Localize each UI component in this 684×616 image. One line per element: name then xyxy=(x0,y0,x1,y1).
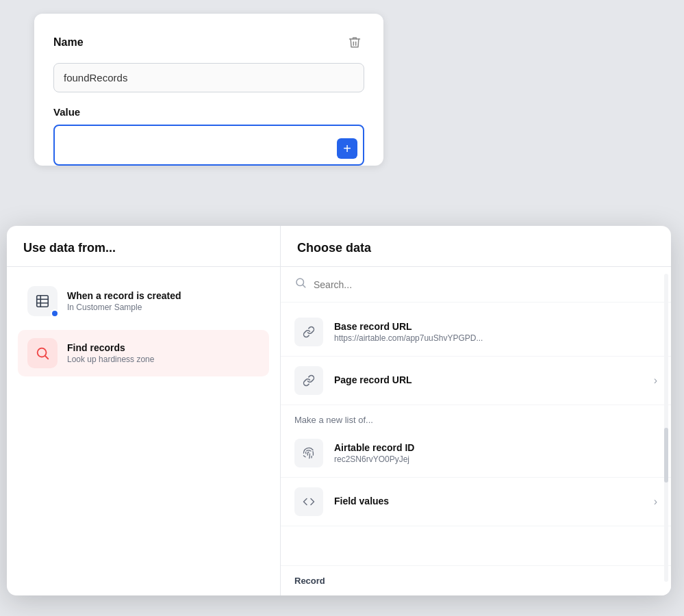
svg-rect-0 xyxy=(37,296,49,307)
value-label: Value xyxy=(53,106,364,118)
field-values-title: Field values xyxy=(334,496,643,506)
left-item-when-record-created[interactable]: When a record is created In Customer Sam… xyxy=(18,278,269,324)
blue-dot-indicator xyxy=(51,309,59,318)
right-panel: Choose data Base r xyxy=(281,226,671,595)
data-item-airtable-record-id[interactable]: Airtable record ID rec2SN6rvYO0PyJej xyxy=(281,429,671,478)
name-label: Name xyxy=(53,36,84,49)
data-items-list: Base record URL https://airtable.com/app… xyxy=(281,303,671,595)
link-icon-2 xyxy=(294,366,323,395)
record-bottom-label: Record xyxy=(294,576,657,586)
chevron-right-icon-2: › xyxy=(654,496,657,508)
airtable-record-id-title: Airtable record ID xyxy=(334,442,657,453)
left-panel-header: Use data from... xyxy=(7,226,280,267)
value-input-area: + xyxy=(53,125,364,166)
make-new-list-label: Make a new list of... xyxy=(281,405,671,429)
find-records-title: Find records xyxy=(67,342,154,353)
trash-icon[interactable] xyxy=(345,33,364,52)
right-panel-header: Choose data xyxy=(281,226,671,267)
page-record-url-title: Page record URL xyxy=(334,374,643,385)
svg-point-6 xyxy=(296,279,304,286)
chevron-right-icon: › xyxy=(654,374,657,387)
name-input[interactable] xyxy=(53,63,364,92)
fingerprint-icon xyxy=(294,439,323,467)
base-record-url-subtitle: https://airtable.com/app7uuShvYPGPD... xyxy=(334,333,657,343)
search-input[interactable] xyxy=(314,279,657,290)
bottom-record-row[interactable]: Record xyxy=(281,565,671,595)
when-record-subtitle: In Customer Sample xyxy=(67,303,181,312)
when-record-title: When a record is created xyxy=(67,290,181,301)
add-value-button[interactable]: + xyxy=(337,138,357,159)
base-record-url-title: Base record URL xyxy=(334,321,657,332)
data-picker-panel: Use data from... When a record is create… xyxy=(7,226,671,595)
scrollbar-track xyxy=(664,274,668,582)
data-item-page-record-url[interactable]: Page record URL › xyxy=(281,357,671,405)
airtable-record-id-subtitle: rec2SN6rvYO0PyJej xyxy=(334,454,657,464)
search-row xyxy=(281,267,671,303)
svg-point-4 xyxy=(38,348,47,357)
name-section-header: Name xyxy=(53,33,364,52)
left-panel-items: When a record is created In Customer Sam… xyxy=(7,267,280,387)
background-card: Name Value + xyxy=(34,14,383,166)
left-item-find-records[interactable]: Find records Look up hardiness zone xyxy=(18,330,269,376)
svg-line-5 xyxy=(45,356,48,359)
search-icon xyxy=(294,277,307,292)
svg-line-7 xyxy=(303,285,305,287)
find-records-subtitle: Look up hardiness zone xyxy=(67,355,154,364)
left-panel: Use data from... When a record is create… xyxy=(7,226,281,595)
search-icon xyxy=(27,338,58,368)
data-item-base-record-url[interactable]: Base record URL https://airtable.com/app… xyxy=(281,308,671,357)
code-icon xyxy=(294,487,323,516)
data-item-field-values[interactable]: Field values › xyxy=(281,478,671,526)
scrollbar-thumb[interactable] xyxy=(664,428,668,483)
link-icon xyxy=(294,318,323,346)
table-icon xyxy=(27,286,58,316)
